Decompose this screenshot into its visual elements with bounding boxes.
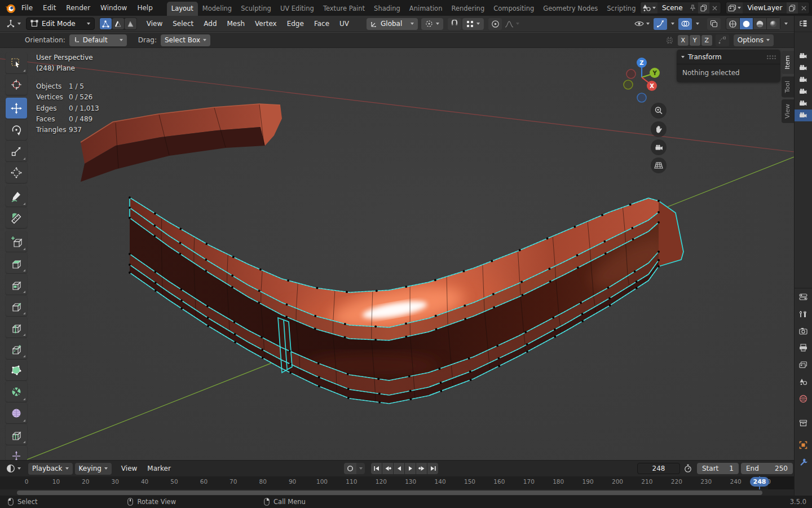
scene-name[interactable]: Scene xyxy=(657,4,687,12)
tool-poly-build[interactable] xyxy=(6,360,27,380)
viewport-3d[interactable]: User Perspective (248) Plane Objects1 / … xyxy=(0,48,794,460)
transform-orientation-dropdown[interactable]: Global xyxy=(367,18,418,30)
gizmo-neg-y[interactable] xyxy=(624,80,633,89)
properties-editor-icon[interactable] xyxy=(795,288,812,305)
menu-view[interactable]: View xyxy=(142,16,167,32)
menu-mesh[interactable]: Mesh xyxy=(222,16,250,32)
menu-add[interactable]: Add xyxy=(198,16,222,32)
show-overlays-icon[interactable] xyxy=(678,18,692,30)
play-reverse-icon[interactable] xyxy=(394,463,404,474)
grid-ortho-icon[interactable] xyxy=(651,157,667,173)
pan-hand-icon[interactable] xyxy=(651,121,667,137)
current-frame-field[interactable]: 248 xyxy=(637,463,680,474)
background-mesh-object[interactable] xyxy=(81,104,282,182)
object-properties-icon[interactable] xyxy=(795,436,812,453)
tool-knife[interactable] xyxy=(6,338,27,359)
mirror-x-button[interactable]: X xyxy=(678,35,689,46)
gizmo-neg-x[interactable] xyxy=(626,69,636,78)
outliner-item-camera-selected[interactable] xyxy=(795,110,812,121)
tab-layout[interactable]: Layout xyxy=(167,2,198,16)
tool-extrude-region[interactable] xyxy=(6,252,27,273)
show-gizmo-icon[interactable] xyxy=(654,18,667,30)
proportional-editing-icon[interactable] xyxy=(488,18,502,30)
auto-key-record-icon[interactable] xyxy=(344,463,356,474)
tab-uv-editing[interactable]: UV Editing xyxy=(276,2,319,16)
tool-measure[interactable] xyxy=(6,207,27,228)
tool-add-cube[interactable] xyxy=(6,231,27,252)
modifier-properties-icon[interactable] xyxy=(795,453,812,470)
outliner-item-camera[interactable] xyxy=(795,62,812,74)
menu-vertex[interactable]: Vertex xyxy=(250,16,282,32)
menu-window[interactable]: Window xyxy=(95,0,132,16)
panel-drag-handle-icon[interactable] xyxy=(766,55,776,59)
tool-cursor[interactable] xyxy=(6,74,27,95)
wireframe-shading-icon[interactable] xyxy=(726,18,739,29)
orientation-dropdown[interactable]: Default xyxy=(69,34,127,46)
menu-uv[interactable]: UV xyxy=(334,16,354,32)
viewlayer-icon[interactable] xyxy=(726,2,743,14)
outliner-editor-icon[interactable] xyxy=(795,16,812,32)
options-dropdown[interactable]: Options xyxy=(734,34,774,46)
new-scene-icon[interactable] xyxy=(698,2,709,14)
tab-compositing[interactable]: Compositing xyxy=(489,2,539,16)
menu-face[interactable]: Face xyxy=(309,16,334,32)
timeline-ruler[interactable]: 0102030405060708090100110120130140150160… xyxy=(0,476,794,489)
snap-correct-icon[interactable] xyxy=(716,34,729,46)
gizmo-neg-z[interactable] xyxy=(637,93,646,102)
tab-shading[interactable]: Shading xyxy=(369,2,405,16)
tool-properties-icon[interactable] xyxy=(795,305,812,322)
proportional-falloff-dropdown[interactable] xyxy=(502,17,522,30)
viewlayer-name[interactable]: ViewLayer xyxy=(743,4,787,12)
gizmo-dropdown-icon[interactable] xyxy=(668,17,677,30)
menu-help[interactable]: Help xyxy=(132,0,157,16)
mirror-y-button[interactable]: Y xyxy=(690,35,700,46)
overlays-dropdown-icon[interactable] xyxy=(693,17,702,30)
snap-toggle-icon[interactable] xyxy=(448,18,461,30)
pin-icon[interactable] xyxy=(687,2,699,14)
remove-viewlayer-icon[interactable] xyxy=(798,2,809,14)
menu-select[interactable]: Select xyxy=(167,16,198,32)
axis-gizmo[interactable]: Z Y X xyxy=(619,51,665,103)
menu-render[interactable]: Render xyxy=(61,0,95,16)
sidebar-tab-item[interactable]: Item xyxy=(782,51,794,74)
pivot-point-dropdown[interactable] xyxy=(421,18,443,30)
edge-select-icon[interactable] xyxy=(112,18,124,29)
mirror-z-button[interactable]: Z xyxy=(701,35,712,46)
tool-loop-cut[interactable] xyxy=(6,317,27,338)
new-viewlayer-icon[interactable] xyxy=(787,2,798,14)
use-preview-range-icon[interactable] xyxy=(683,464,692,475)
jump-to-end-icon[interactable] xyxy=(427,463,438,474)
tool-transform[interactable] xyxy=(6,162,27,183)
timeline-editor-icon[interactable] xyxy=(3,462,24,475)
prev-keyframe-icon[interactable] xyxy=(382,463,393,474)
auto-key-dropdown-icon[interactable] xyxy=(356,463,365,474)
render-properties-icon[interactable] xyxy=(795,322,812,339)
tool-spin[interactable] xyxy=(6,381,27,402)
transform-panel-header[interactable]: Transform xyxy=(677,50,780,64)
keying-menu[interactable]: Keying xyxy=(75,463,112,475)
jump-to-start-icon[interactable] xyxy=(371,463,382,474)
mesh-canvas[interactable] xyxy=(0,48,794,460)
outliner-item-camera[interactable] xyxy=(795,98,812,110)
tool-annotate[interactable] xyxy=(6,186,27,207)
next-keyframe-icon[interactable] xyxy=(416,463,427,474)
visibility-dropdown[interactable] xyxy=(632,17,652,30)
camera-view-icon[interactable] xyxy=(651,139,667,155)
menu-file[interactable]: File xyxy=(16,0,38,16)
output-properties-icon[interactable] xyxy=(795,339,812,356)
tool-edge-slide[interactable] xyxy=(6,424,27,445)
tool-scale[interactable] xyxy=(6,141,27,161)
tool-smooth[interactable] xyxy=(6,402,27,423)
scene-properties-icon[interactable] xyxy=(795,373,812,390)
face-select-icon[interactable] xyxy=(125,18,136,29)
vertex-select-icon[interactable] xyxy=(100,18,112,29)
tool-move[interactable] xyxy=(6,98,27,119)
scene-icon[interactable] xyxy=(641,2,657,14)
blender-logo-icon[interactable] xyxy=(5,2,16,14)
xray-toggle-icon[interactable] xyxy=(707,18,721,30)
outliner-item-camera[interactable] xyxy=(795,86,812,98)
playhead[interactable]: 248 xyxy=(750,477,770,487)
outliner-item-camera[interactable] xyxy=(795,50,812,62)
frame-end-field[interactable]: End250 xyxy=(741,463,793,474)
tab-geometry-nodes[interactable]: Geometry Nodes xyxy=(539,2,602,16)
